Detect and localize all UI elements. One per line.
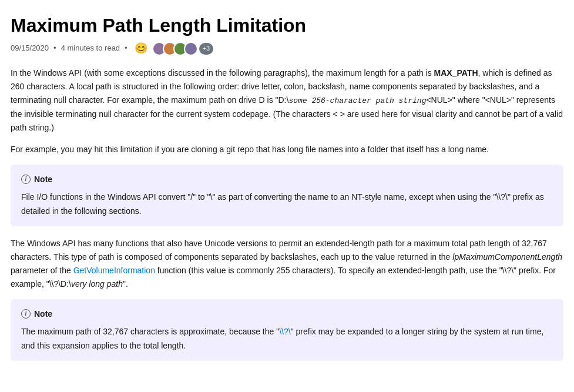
note-box-1: i Note File I/O functions in the Windows… <box>11 165 563 226</box>
get-volume-link[interactable]: GetVolumeInformation <box>73 266 155 275</box>
prefix-link[interactable]: \\?\ <box>279 327 290 336</box>
max-path-bold: MAX_PATH <box>434 68 478 78</box>
note-title-1: i Note <box>21 173 553 186</box>
note-content-2: The maximum path of 32,767 characters is… <box>21 325 553 352</box>
meta-read-time: 4 minutes to read <box>61 42 120 55</box>
article-meta: 09/15/2020 • 4 minutes to read • 😊 +3 <box>11 40 563 57</box>
note-label-2: Note <box>34 307 52 320</box>
meta-date: 09/15/2020 <box>11 42 49 55</box>
info-icon-1: i <box>21 175 31 184</box>
note-content-1: File I/O functions in the Windows API co… <box>21 190 553 217</box>
lp-max-param: lpMaximumComponentLength <box>452 252 562 262</box>
paragraph-1: In the Windows API (with some exceptions… <box>11 66 563 135</box>
note-box-2: i Note The maximum path of 32,767 charac… <box>11 299 563 361</box>
paragraph-2: For example, you may hit this limitation… <box>11 143 563 156</box>
contributor-avatars: +3 <box>152 42 214 56</box>
page-title: Maximum Path Length Limitation <box>11 14 563 36</box>
info-icon-2: i <box>21 309 31 319</box>
note-title-2: i Note <box>21 307 553 320</box>
example-path-italic: some 256-character path string <box>288 96 426 105</box>
plus-badge: +3 <box>199 43 214 55</box>
note-label-1: Note <box>34 173 52 186</box>
emoji-avatar: 😊 <box>135 40 147 57</box>
paragraph-3: The Windows API has many functions that … <box>11 237 563 291</box>
avatar-4 <box>184 42 198 56</box>
very-long-path-italic: very long path <box>71 279 123 289</box>
